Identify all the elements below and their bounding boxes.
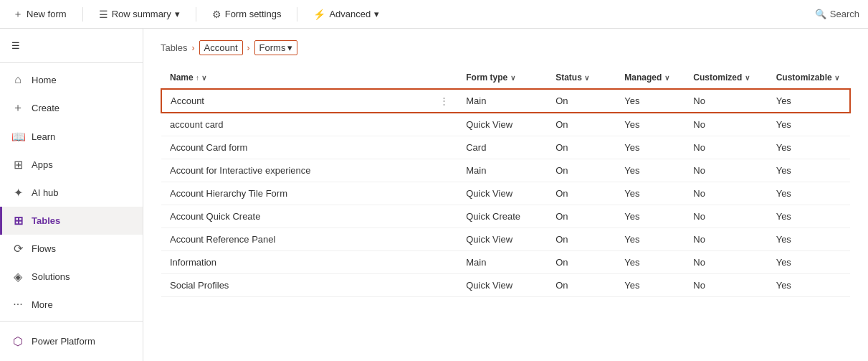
cell-customizable: Yes xyxy=(768,89,850,113)
cell-status: On xyxy=(547,136,616,159)
sidebar-item-create[interactable]: ＋ Create xyxy=(0,93,143,123)
table-row[interactable]: account card ⋮ Quick View On Yes No Yes xyxy=(161,113,850,136)
form-settings-button[interactable]: ⚙ Form settings xyxy=(208,6,286,23)
cell-customizable: Yes xyxy=(768,159,850,182)
plus-icon: ＋ xyxy=(13,8,23,21)
managed-sort-icon: ∨ xyxy=(664,74,669,82)
table-row[interactable]: Information ⋮ Main On Yes No Yes xyxy=(161,251,850,274)
breadcrumb-forms[interactable]: Forms ▾ xyxy=(254,40,298,55)
cell-customized: No xyxy=(685,136,767,159)
cell-status: On xyxy=(547,251,616,274)
cell-customizable: Yes xyxy=(768,205,850,228)
forms-chevron: ▾ xyxy=(287,42,292,53)
sidebar-item-ai-hub[interactable]: ✦ AI hub xyxy=(0,179,143,207)
form-settings-icon: ⚙ xyxy=(212,9,221,20)
table-row[interactable]: Account Card form ⋮ Card On Yes No Yes xyxy=(161,136,850,159)
cell-managed: Yes xyxy=(616,136,685,159)
hamburger-icon: ☰ xyxy=(11,40,20,51)
cell-customized: No xyxy=(685,205,767,228)
col-header-customizable[interactable]: Customizable ∨ xyxy=(768,67,850,89)
cell-formtype: Card xyxy=(457,136,547,159)
status-sort-icon: ∨ xyxy=(584,74,589,82)
sidebar-top: ☰ xyxy=(0,29,143,63)
cell-status: On xyxy=(547,205,616,228)
table-row[interactable]: Social Profiles ⋮ Quick View On Yes No Y… xyxy=(161,274,850,297)
search-icon: 🔍 xyxy=(815,9,826,19)
cell-customizable: Yes xyxy=(768,228,850,251)
sidebar-item-tables[interactable]: ⊞ Tables xyxy=(0,207,143,235)
advanced-button[interactable]: ⚡ Advanced ▾ xyxy=(309,6,383,23)
advanced-chevron: ▾ xyxy=(374,9,379,19)
sidebar-item-flows[interactable]: ⟳ Flows xyxy=(0,235,143,263)
customizable-sort-icon: ∨ xyxy=(834,74,839,82)
cell-managed: Yes xyxy=(616,159,685,182)
cell-customized: No xyxy=(685,274,767,297)
col-header-customized[interactable]: Customized ∨ xyxy=(685,67,767,89)
col-header-managed[interactable]: Managed ∨ xyxy=(616,67,685,89)
cell-customizable: Yes xyxy=(768,251,850,274)
cell-name: account card ⋮ xyxy=(161,113,457,136)
table-body: Account ⋮ Main On Yes No Yes account car… xyxy=(161,89,850,297)
cell-status: On xyxy=(547,274,616,297)
cell-formtype: Quick Create xyxy=(457,205,547,228)
table-row[interactable]: Account Hierarchy Tile Form ⋮ Quick View… xyxy=(161,182,850,205)
breadcrumb: Tables › Account › Forms ▾ xyxy=(161,40,851,55)
cell-formtype: Main xyxy=(457,89,547,113)
cell-managed: Yes xyxy=(616,228,685,251)
cell-name: Social Profiles ⋮ xyxy=(161,274,457,297)
apps-icon: ⊞ xyxy=(11,158,24,172)
cell-formtype: Quick View xyxy=(457,228,547,251)
cell-name: Account Hierarchy Tile Form ⋮ xyxy=(161,182,457,205)
toolbar-separator-1 xyxy=(82,7,83,22)
row-summary-button[interactable]: ☰ Row summary ▾ xyxy=(95,6,184,23)
cell-customized: No xyxy=(685,228,767,251)
hamburger-button[interactable]: ☰ xyxy=(0,34,143,57)
new-form-button[interactable]: ＋ New form xyxy=(9,5,71,24)
cell-customized: No xyxy=(685,182,767,205)
sidebar-item-more[interactable]: ··· More xyxy=(0,291,143,318)
cell-customizable: Yes xyxy=(768,274,850,297)
row-options-icon[interactable]: ⋮ xyxy=(439,95,449,106)
cell-name: Account Reference Panel ⋮ xyxy=(161,228,457,251)
table-header: Name ↑ ∨ Form type ∨ Status ∨ Managed ∨ xyxy=(161,67,850,89)
ai-hub-icon: ✦ xyxy=(11,186,24,200)
cell-name: Account Quick Create ⋮ xyxy=(161,205,457,228)
power-platform-icon: ⬡ xyxy=(11,334,24,348)
cell-status: On xyxy=(547,89,616,113)
cell-formtype: Quick View xyxy=(457,182,547,205)
cell-customized: No xyxy=(685,251,767,274)
cell-managed: Yes xyxy=(616,205,685,228)
sidebar-item-solutions[interactable]: ◈ Solutions xyxy=(0,263,143,291)
cell-managed: Yes xyxy=(616,251,685,274)
cell-formtype: Quick View xyxy=(457,113,547,136)
more-icon: ··· xyxy=(11,298,24,311)
cell-customizable: Yes xyxy=(768,136,850,159)
sidebar-item-learn[interactable]: 📖 Learn xyxy=(0,123,143,151)
advanced-icon: ⚡ xyxy=(313,9,325,20)
table-row[interactable]: Account for Interactive experience ⋮ Mai… xyxy=(161,159,850,182)
cell-customizable: Yes xyxy=(768,182,850,205)
solutions-icon: ◈ xyxy=(11,270,24,283)
table-row[interactable]: Account Quick Create ⋮ Quick Create On Y… xyxy=(161,205,850,228)
col-header-status[interactable]: Status ∨ xyxy=(547,67,616,89)
sidebar-item-power-platform[interactable]: ⬡ Power Platform xyxy=(0,327,143,355)
table-row[interactable]: Account ⋮ Main On Yes No Yes xyxy=(161,89,850,113)
row-summary-chevron: ▾ xyxy=(175,9,180,19)
sidebar-item-home[interactable]: ⌂ Home xyxy=(0,66,143,93)
main-layout: ☰ ⌂ Home ＋ Create 📖 Learn ⊞ Apps ✦ AI h xyxy=(0,29,868,361)
cell-formtype: Main xyxy=(457,251,547,274)
search-area[interactable]: 🔍 Search xyxy=(815,9,859,19)
content-area: Tables › Account › Forms ▾ Name ↑ ∨ xyxy=(143,29,868,361)
breadcrumb-account[interactable]: Account xyxy=(199,40,243,55)
cell-customizable: Yes xyxy=(768,113,850,136)
col-header-name[interactable]: Name ↑ ∨ xyxy=(161,67,457,89)
toolbar-separator-2 xyxy=(196,7,196,22)
cell-status: On xyxy=(547,228,616,251)
sidebar-bottom: ⬡ Power Platform xyxy=(0,321,143,361)
sidebar-item-apps[interactable]: ⊞ Apps xyxy=(0,151,143,179)
col-header-formtype[interactable]: Form type ∨ xyxy=(457,67,547,89)
table-row[interactable]: Account Reference Panel ⋮ Quick View On … xyxy=(161,228,850,251)
breadcrumb-separator-2: › xyxy=(247,43,250,53)
breadcrumb-tables[interactable]: Tables xyxy=(161,42,188,53)
cell-name: Account for Interactive experience ⋮ xyxy=(161,159,457,182)
